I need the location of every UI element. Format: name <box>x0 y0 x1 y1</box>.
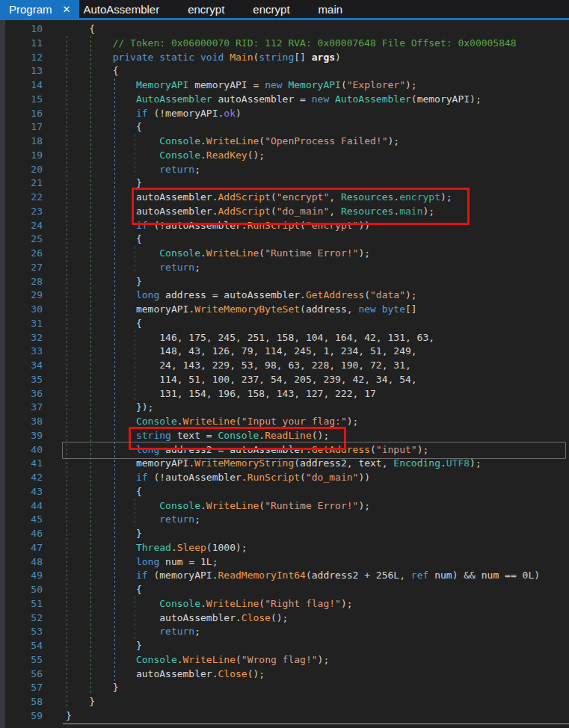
tab-label: main <box>319 3 343 16</box>
code-line[interactable]: 59} <box>0 709 569 724</box>
code-text: }); <box>43 401 153 415</box>
code-line[interactable]: 30 memoryAPI.WriteMemoryByteSet(address,… <box>0 303 569 317</box>
code-text: 148, 43, 126, 79, 114, 245, 1, 234, 51, … <box>43 345 417 359</box>
code-line[interactable]: 37 }); <box>0 401 569 415</box>
code-text: MemoryAPI memoryAPI = new MemoryAPI("Exp… <box>43 78 417 93</box>
code-line[interactable]: 14 MemoryAPI memoryAPI = new MemoryAPI("… <box>0 78 569 93</box>
line-number: 43 <box>0 485 43 499</box>
line-number: 17 <box>0 120 43 135</box>
code-line[interactable]: 20 return; <box>0 163 569 177</box>
code-text: return; <box>43 163 200 177</box>
line-number: 27 <box>0 261 43 275</box>
line-number: 25 <box>0 232 43 247</box>
code-text: memoryAPI.WriteMemoryByteSet(address, ne… <box>43 303 417 317</box>
code-text: { <box>43 64 118 78</box>
code-line[interactable]: 33 148, 43, 126, 79, 114, 245, 1, 234, 5… <box>0 345 569 359</box>
code-text: 24, 143, 229, 53, 98, 63, 228, 190, 72, … <box>43 359 411 373</box>
line-number: 29 <box>0 289 43 303</box>
code-line[interactable]: 41 memoryAPI.WriteMemoryString(address2,… <box>0 457 569 471</box>
code-line[interactable]: 26 Console.WriteLine("Runtime Error!"); <box>0 247 569 261</box>
code-line[interactable]: 10 { <box>0 22 569 37</box>
code-line[interactable]: 43 { <box>0 485 569 499</box>
code-line[interactable]: 52 autoAssembler.Close(); <box>0 611 569 626</box>
code-text: if (memoryAPI.ReadMemoryInt64(address2 +… <box>43 569 540 583</box>
tab-encrypt-2[interactable]: encrypt <box>239 0 304 18</box>
code-line[interactable]: 13 { <box>0 64 569 78</box>
code-line[interactable]: 44 Console.WriteLine("Runtime Error!"); <box>0 499 569 513</box>
code-text: Thread.Sleep(1000); <box>43 541 247 555</box>
code-line[interactable]: 34 24, 143, 229, 53, 98, 63, 228, 190, 7… <box>0 359 569 373</box>
code-line[interactable]: 48 long num = 1L; <box>0 555 569 570</box>
code-line[interactable]: 25 { <box>0 232 569 247</box>
code-line[interactable]: 19 Console.ReadKey(); <box>0 149 569 163</box>
line-number: 34 <box>0 359 43 373</box>
code-text: { <box>43 22 95 37</box>
line-number: 47 <box>0 541 43 555</box>
code-line[interactable]: 57 } <box>0 681 569 695</box>
code-text: return; <box>43 625 200 639</box>
line-number: 15 <box>0 93 43 107</box>
code-text: return; <box>43 261 200 275</box>
code-line[interactable]: 27 return; <box>0 261 569 275</box>
code-line[interactable]: 45 return; <box>0 513 569 527</box>
line-number: 52 <box>0 611 43 626</box>
code-line[interactable]: 32 146, 175, 245, 251, 158, 104, 164, 42… <box>0 331 569 345</box>
tab-bar: Program ✕ AutoAssembler encrypt encrypt … <box>0 0 569 18</box>
code-text: { <box>43 232 142 247</box>
code-text: if (!autoAssembler.RunScript("do_main")) <box>43 471 370 485</box>
code-text: } <box>43 527 142 541</box>
line-number: 18 <box>0 135 43 149</box>
code-line[interactable]: 35 114, 51, 100, 237, 54, 205, 239, 42, … <box>0 373 569 387</box>
code-line[interactable]: 53 return; <box>0 625 569 639</box>
code-line[interactable]: 17 { <box>0 120 569 135</box>
code-line[interactable]: 28 } <box>0 275 569 289</box>
line-number: 45 <box>0 513 43 527</box>
code-text: } <box>43 695 95 709</box>
code-text: Console.ReadKey(); <box>43 149 265 163</box>
tab-autoassembler[interactable]: AutoAssembler <box>79 0 173 18</box>
code-line[interactable]: 15 AutoAssembler autoAssembler = new Aut… <box>0 93 569 107</box>
line-number: 28 <box>0 275 43 289</box>
code-text: autoAssembler.Close(); <box>43 667 265 682</box>
code-line[interactable]: 11 // Token: 0x06000070 RID: 112 RVA: 0x… <box>0 37 569 51</box>
code-text: } <box>43 681 118 695</box>
tab-main[interactable]: main <box>304 0 357 18</box>
code-line[interactable]: 16 if (!memoryAPI.ok) <box>0 107 569 121</box>
line-number: 19 <box>0 149 43 163</box>
tab-encrypt-1[interactable]: encrypt <box>173 0 239 18</box>
code-line[interactable]: 42 if (!autoAssembler.RunScript("do_main… <box>0 471 569 485</box>
code-line[interactable]: 56 autoAssembler.Close(); <box>0 667 569 682</box>
code-line[interactable]: 58 } <box>0 695 569 709</box>
code-text: } <box>43 709 72 724</box>
line-number: 16 <box>0 107 43 121</box>
code-line[interactable]: 18 Console.WriteLine("OpenProcess Failed… <box>0 135 569 149</box>
code-line[interactable]: 51 Console.WriteLine("Right flag!"); <box>0 597 569 611</box>
code-text: { <box>43 120 142 135</box>
code-line[interactable]: 55 Console.WriteLine("Wrong flag!"); <box>0 653 569 667</box>
code-text: } <box>43 176 142 191</box>
code-text: return; <box>43 513 200 527</box>
code-line[interactable]: 54 } <box>0 639 569 653</box>
close-icon[interactable]: ✕ <box>63 4 71 14</box>
code-line[interactable]: 12 private static void Main(string[] arg… <box>0 51 569 65</box>
tab-program[interactable]: Program ✕ <box>0 0 79 18</box>
code-text: private static void Main(string[] args) <box>43 51 341 65</box>
code-line[interactable]: 31 { <box>0 317 569 331</box>
line-number: 42 <box>0 471 43 485</box>
code-text: autoAssembler.Close(); <box>43 611 288 626</box>
code-line[interactable]: 29 long address = autoAssembler.GetAddre… <box>0 289 569 303</box>
code-line[interactable]: 47 Thread.Sleep(1000); <box>0 541 569 555</box>
code-line[interactable]: 50 { <box>0 583 569 597</box>
code-line[interactable]: 46 } <box>0 527 569 541</box>
annotation-box-addscript <box>132 188 470 225</box>
line-number: 58 <box>0 695 43 709</box>
line-number: 22 <box>0 191 43 205</box>
line-number: 31 <box>0 317 43 331</box>
code-line[interactable]: 49 if (memoryAPI.ReadMemoryInt64(address… <box>0 569 569 583</box>
line-number: 33 <box>0 345 43 359</box>
line-number: 10 <box>0 22 43 37</box>
tab-label: encrypt <box>253 3 289 16</box>
code-line[interactable]: 36 131, 154, 196, 158, 143, 127, 222, 17 <box>0 387 569 401</box>
code-text: if (!memoryAPI.ok) <box>43 107 242 121</box>
code-editor[interactable]: 10 {11 // Token: 0x06000070 RID: 112 RVA… <box>0 20 569 728</box>
